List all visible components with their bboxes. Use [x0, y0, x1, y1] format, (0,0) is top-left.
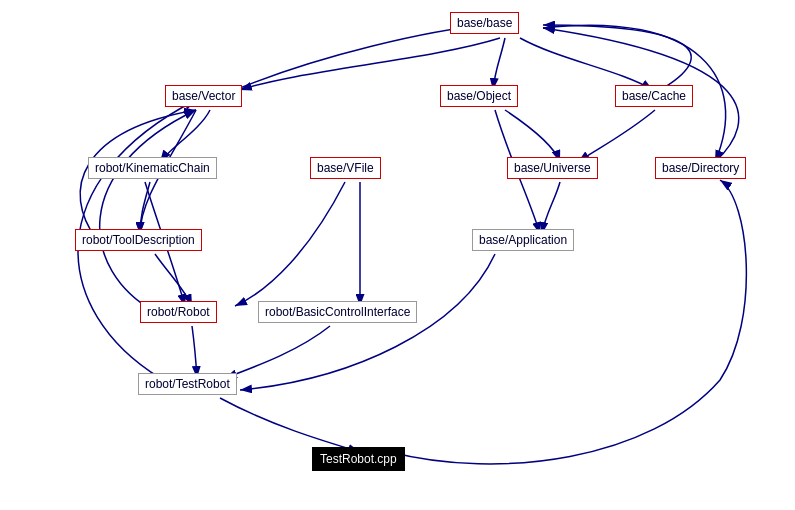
node-robot-testrobot[interactable]: robot/TestRobot [138, 373, 237, 395]
node-base-object[interactable]: base/Object [440, 85, 518, 107]
node-robot-tooldesc[interactable]: robot/ToolDescription [75, 229, 202, 251]
node-testrobot-cpp[interactable]: TestRobot.cpp [312, 447, 405, 471]
node-base-universe[interactable]: base/Universe [507, 157, 598, 179]
node-base-vector[interactable]: base/Vector [165, 85, 242, 107]
node-base-cache[interactable]: base/Cache [615, 85, 693, 107]
node-base-base[interactable]: base/base [450, 12, 519, 34]
node-base-application[interactable]: base/Application [472, 229, 574, 251]
node-base-vfile[interactable]: base/VFile [310, 157, 381, 179]
node-base-directory[interactable]: base/Directory [655, 157, 746, 179]
dependency-arrows [0, 0, 795, 510]
node-robot-kinematic[interactable]: robot/KinematicChain [88, 157, 217, 179]
diagram-container: base/base base/Vector base/Object base/C… [0, 0, 795, 510]
node-robot-basic[interactable]: robot/BasicControlInterface [258, 301, 417, 323]
node-robot-robot[interactable]: robot/Robot [140, 301, 217, 323]
